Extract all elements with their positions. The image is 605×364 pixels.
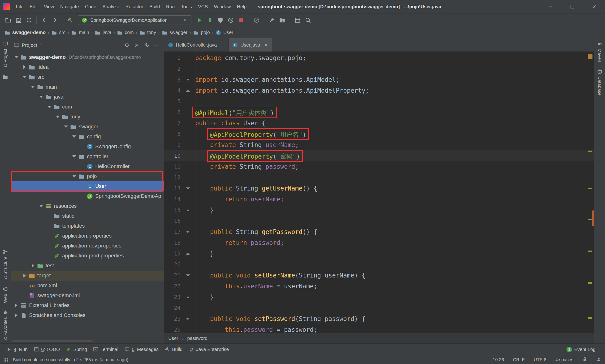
tree-item-target[interactable]: target [11, 271, 164, 281]
tree-item-idea[interactable]: .idea [11, 62, 164, 72]
sync-button[interactable] [24, 15, 34, 25]
code-line-1[interactable]: 1package com.tony.swagger.pojo; [164, 52, 594, 63]
horizontal-scrollbar[interactable] [12, 340, 93, 342]
code-line-17[interactable]: 17 public String getPassword() { [164, 226, 594, 237]
project-panel-title[interactable]: Project [22, 42, 37, 48]
expanded-arrow-icon[interactable] [72, 155, 76, 158]
fold-marker-icon[interactable] [186, 79, 190, 81]
fold-marker-icon[interactable] [186, 318, 190, 320]
fold-marker-icon[interactable] [186, 90, 190, 92]
code-line-21[interactable]: 21 public void setUserName(String userNa… [164, 270, 594, 281]
warning-stripe-mark[interactable] [588, 188, 592, 189]
breadcrumb-tony[interactable]: tony [138, 30, 157, 36]
fold-marker-icon[interactable] [186, 231, 190, 233]
tree-item-swagger-demo-iml[interactable]: swagger-demo.iml [11, 290, 164, 300]
tab-hellocontroller-java[interactable]: CHelloController.java [164, 38, 229, 52]
tree-item-com[interactable]: com [11, 102, 164, 112]
tree-item-test[interactable]: test [11, 261, 164, 271]
tool-stripe-2-favorites[interactable]: 2: Favorites [3, 310, 8, 341]
menu-code[interactable]: Code [82, 0, 100, 13]
tree-item-external-libraries[interactable]: External Libraries [11, 300, 164, 310]
fold-marker-icon[interactable] [186, 296, 190, 298]
code-line-24[interactable]: 24 [164, 302, 594, 313]
expanded-arrow-icon[interactable] [14, 56, 18, 58]
code-line-15[interactable]: 15 } [164, 205, 594, 216]
expanded-arrow-icon[interactable] [72, 175, 76, 178]
maximize-button[interactable] [562, 0, 583, 13]
tree-item-resources[interactable]: resources [11, 201, 164, 211]
menu-tools[interactable]: Tools [178, 0, 195, 13]
tree-item-main[interactable]: main [11, 82, 164, 92]
menu-vcs[interactable]: VCS [195, 0, 211, 13]
tree-item-templates[interactable]: templates [11, 221, 164, 231]
expanded-arrow-icon[interactable] [39, 205, 43, 207]
warning-stripe-mark[interactable] [588, 282, 592, 284]
code-line-25[interactable]: 25 public void setPassword(String passwo… [164, 313, 594, 324]
breadcrumb-java[interactable]: java [94, 30, 113, 36]
minimize-button[interactable] [540, 0, 562, 13]
skip-button[interactable] [251, 15, 262, 25]
warning-stripe-mark[interactable] [588, 250, 592, 252]
editor-breadcrumb-password[interactable]: password [187, 336, 207, 341]
save-button[interactable] [13, 15, 24, 25]
code-line-2[interactable]: 2 [164, 63, 594, 74]
tree-item-springbootswaggerdemoap[interactable]: SpringbootSwaggerDemoAp [11, 191, 164, 201]
code-line-13[interactable]: 13 public String getUserName() { [164, 183, 594, 194]
tool-stripe-maven[interactable]: mMaven [597, 41, 602, 62]
inspection-status-icon[interactable] [588, 54, 592, 59]
code-line-6[interactable]: 6@ApiModel("用户实体类") [164, 107, 594, 118]
profiler-button[interactable] [225, 15, 236, 25]
status-encoding[interactable]: UTF-8 [534, 357, 546, 362]
stop-button[interactable] [236, 15, 246, 25]
breadcrumb-swagger-demo[interactable]: swagger-demo [3, 30, 47, 36]
status-line-separator[interactable]: CRLF [513, 357, 525, 362]
wrench-button[interactable] [267, 15, 277, 25]
warning-stripe-mark[interactable] [588, 317, 592, 319]
code-line-22[interactable]: 22 this.userName = userName; [164, 281, 594, 292]
code-line-23[interactable]: 23 } [164, 292, 594, 302]
status-caret-position[interactable]: 10:26 [493, 357, 504, 362]
tool-stripe-web[interactable]: Web [3, 286, 8, 303]
expanded-arrow-icon[interactable] [72, 135, 76, 138]
expanded-arrow-icon[interactable] [39, 96, 43, 98]
tree-item-src[interactable]: src [11, 72, 164, 82]
tree-item-java[interactable]: java [11, 92, 164, 102]
menu-analyze[interactable]: Analyze [99, 0, 122, 13]
menu-run[interactable]: Run [163, 0, 178, 13]
tree-item-static[interactable]: static [11, 211, 164, 221]
collapsed-arrow-icon[interactable] [15, 303, 17, 307]
tree-item-config[interactable]: config [11, 132, 164, 142]
expanded-arrow-icon[interactable] [64, 126, 68, 128]
code-line-4[interactable]: 4import io.swagger.annotations.ApiModelP… [164, 85, 594, 96]
toolwindow-button-java-enterprise[interactable]: Java Enterprise [186, 344, 232, 355]
tree-item-application-dev-properties[interactable]: application-dev.properties [11, 241, 164, 251]
run-button[interactable] [194, 15, 205, 25]
expanded-arrow-icon[interactable] [31, 86, 35, 88]
collapsed-arrow-icon[interactable] [23, 65, 26, 69]
menu-file[interactable]: File [13, 0, 26, 13]
tree-item-scratches-and-consoles[interactable]: Scratches and Consoles [11, 310, 164, 320]
code-line-9[interactable]: 9 private String userName; [164, 140, 594, 150]
tool-stripe-database[interactable]: Database [597, 69, 602, 95]
crosshair-button[interactable] [124, 42, 130, 48]
toolwindow-button-messages[interactable]: 0: Messages [121, 344, 162, 355]
hector-button[interactable] [596, 357, 601, 363]
minus-button[interactable] [154, 42, 159, 48]
code-line-20[interactable]: 20 [164, 259, 594, 270]
open-button[interactable] [3, 15, 13, 25]
tool-stripe-1-project[interactable]: 1: Project [3, 41, 8, 68]
tree-item-controller[interactable]: controller [11, 152, 164, 161]
code-line-14[interactable]: 14 return userName; [164, 194, 594, 205]
tool-stripe-7-structure[interactable]: 7: Structure [3, 249, 8, 280]
collapsed-arrow-icon[interactable] [23, 274, 26, 277]
toolwindow-button-todo[interactable]: 6: TODO [31, 344, 63, 355]
warning-stripe-mark[interactable] [588, 219, 592, 220]
box-button[interactable] [292, 15, 303, 25]
tab-user-java[interactable]: CUser.java [229, 38, 272, 52]
breadcrumb-user[interactable]: CUser [214, 30, 234, 36]
tree-item-swaggerconfig[interactable]: CSwaggerConfig [11, 142, 164, 152]
menu-window[interactable]: Window [211, 0, 234, 13]
fold-marker-icon[interactable] [186, 209, 190, 211]
breadcrumb-src[interactable]: src [50, 30, 67, 36]
collapsed-arrow-icon[interactable] [32, 264, 34, 268]
